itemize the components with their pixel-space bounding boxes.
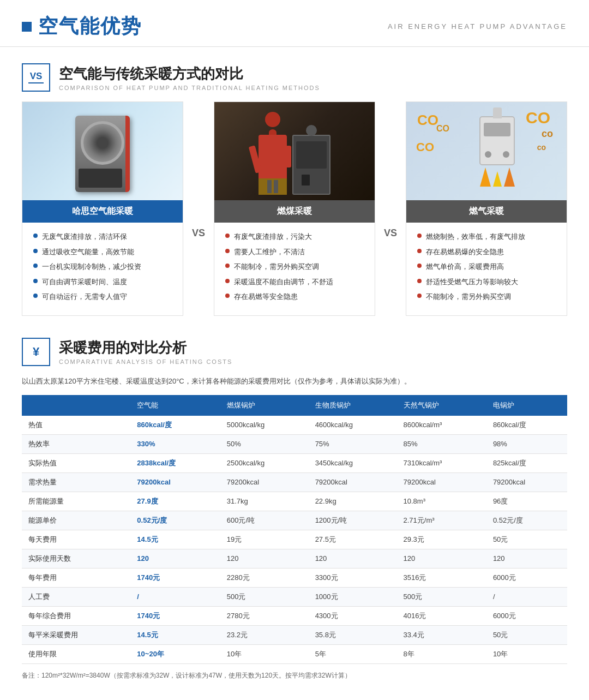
bullet-icon xyxy=(33,294,38,298)
page-header: 空气能优势 AIR ENERGY HEAT PUMP ADVANTAGE xyxy=(0,0,589,47)
table-cell-value: 3516元 xyxy=(397,568,486,587)
table-cell-value: 31.7kg xyxy=(220,492,309,511)
vs-icon: VS xyxy=(28,71,44,83)
table-cell-value: 2838kcal/度 xyxy=(130,453,220,472)
table-header-row: 空气能 燃煤锅炉 生物质锅炉 天然气锅炉 电锅炉 xyxy=(22,395,567,416)
feature-item: 不能制冷，需另外购买空调 xyxy=(417,291,556,302)
table-cell-value: 120 xyxy=(220,549,309,568)
table-cell-value: 120 xyxy=(130,549,220,568)
table-cell-value: 0.52元/度 xyxy=(130,511,220,530)
feature-item: 存在易燃易爆的安全隐患 xyxy=(417,247,556,258)
table-row: 需求热量79200kcal79200kcal79200kcal79200kcal… xyxy=(22,472,567,492)
section1-titles: 空气能与传统采暖方式的对比 COMPARISON OF HEAT PUMP AN… xyxy=(59,64,320,91)
table-cell-value: / xyxy=(486,587,567,606)
bullet-icon xyxy=(417,279,422,283)
table-cell-value: 19元 xyxy=(220,530,309,549)
footnote: 备注：120m²*32W/m²=3840W（按需求标准为32W，设计标准为47W… xyxy=(22,671,567,681)
feature-item: 不能制冷，需另外购买空调 xyxy=(225,261,364,272)
comparison-section: VS 空气能与传统采暖方式的对比 COMPARISON OF HEAT PUMP… xyxy=(0,47,589,327)
table-cell-value: 860kcal/度 xyxy=(486,416,567,435)
section2-header: ¥ 采暖费用的对比分析 COMPARATIVE ANALYSIS OF HEAT… xyxy=(22,338,567,366)
table-cell-value: 860kcal/度 xyxy=(130,416,220,435)
bullet-icon xyxy=(417,234,422,238)
table-cell-value: 14.5元 xyxy=(130,530,220,549)
table-cell-value: 79200kcal xyxy=(309,472,397,492)
feature-item: 存在易燃等安全隐患 xyxy=(225,291,364,302)
table-row: 能源单价0.52元/度600元/吨1200元/吨2.71元/m³0.52元/度 xyxy=(22,511,567,530)
col-header-air: 空气能 xyxy=(130,395,220,416)
table-cell-label: 所需能源量 xyxy=(22,492,130,511)
table-cell-value: 96度 xyxy=(486,492,567,511)
bullet-icon xyxy=(225,279,230,283)
section1-header: VS 空气能与传统采暖方式的对比 COMPARISON OF HEAT PUMP… xyxy=(22,63,567,92)
co-text-1: CO xyxy=(417,112,438,129)
col-header-biomass: 生物质锅炉 xyxy=(309,395,397,416)
table-row: 热值860kcal/度5000kcal/kg4600kcal/kg8600kca… xyxy=(22,416,567,435)
table-cell-value: 7310kcal/m³ xyxy=(397,453,486,472)
bullet-icon xyxy=(225,234,230,238)
co-text-6: co xyxy=(537,143,546,152)
table-cell-value: 1000元 xyxy=(309,587,397,606)
table-cell-value: 4600kcal/kg xyxy=(309,416,397,435)
table-cell-value: 85% xyxy=(397,434,486,453)
card-title-1: 哈思空气能采暖 xyxy=(22,200,183,223)
table-cell-value: 79200kcal xyxy=(397,472,486,492)
feature-item: 通过吸收空气能量，高效节能 xyxy=(33,247,172,258)
card-image-1 xyxy=(22,102,183,200)
card-image-3: CO CO CO CO co co xyxy=(406,102,567,200)
table-cell-label: 每年综合费用 xyxy=(22,606,130,625)
bullet-icon xyxy=(417,264,422,268)
card-features-3: 燃烧制热，效率低，有废气排放 存在易燃易爆的安全隐患 燃气单价高，采暖费用高 舒… xyxy=(406,223,567,315)
table-cell-value: 35.8元 xyxy=(309,625,397,644)
feature-item: 可自由调节采暖时间、温度 xyxy=(33,277,172,288)
bullet-icon xyxy=(33,249,38,253)
table-cell-value: 0.52元/度 xyxy=(486,511,567,530)
table-cell-label: 热值 xyxy=(22,416,130,435)
col-header-gas: 天然气锅炉 xyxy=(397,395,486,416)
cost-comparison-table: 空气能 燃煤锅炉 生物质锅炉 天然气锅炉 电锅炉 热值860kcal/度5000… xyxy=(22,395,567,664)
card-wrapper-1: 哈思空气能采暖 无废气废渣排放，清洁环保 通过吸收空气能量，高效节能 一台机实现… xyxy=(22,101,183,316)
table-cell-value: 500元 xyxy=(220,587,309,606)
table-cell-value: 10年 xyxy=(486,644,567,663)
co-text-5: co xyxy=(542,128,553,140)
intro-text: 以山西太原某120平方米住宅楼、采暖温度达到20°C，来计算各种能源的采暖费用对… xyxy=(22,375,567,387)
table-cell-value: 600元/吨 xyxy=(220,511,309,530)
table-cell-value: 120 xyxy=(309,549,397,568)
table-row: 热效率330%50%75%85%98% xyxy=(22,434,567,453)
yen-icon: ¥ xyxy=(33,345,39,359)
feature-item: 燃烧制热，效率低，有废气排放 xyxy=(417,231,556,242)
table-cell-value: 120 xyxy=(397,549,486,568)
table-cell-value: 23.2元 xyxy=(220,625,309,644)
table-cell-value: 5年 xyxy=(309,644,397,663)
table-cell-label: 使用年限 xyxy=(22,644,130,663)
feature-item: 可自动运行，无需专人值守 xyxy=(33,291,172,302)
comparison-cards: 哈思空气能采暖 无废气废渣排放，清洁环保 通过吸收空气能量，高效节能 一台机实现… xyxy=(22,101,567,316)
title-block: 空气能优势 xyxy=(22,13,142,40)
card-title-2: 燃煤采暖 xyxy=(214,200,375,223)
cost-section: ¥ 采暖费用的对比分析 COMPARATIVE ANALYSIS OF HEAT… xyxy=(0,327,589,692)
table-row: 每天费用14.5元19元27.5元29.3元50元 xyxy=(22,530,567,549)
table-cell-label: 热效率 xyxy=(22,434,130,453)
feature-item: 舒适性受燃气压力等影响较大 xyxy=(417,277,556,288)
table-row: 所需能源量27.9度31.7kg22.9kg10.8m³96度 xyxy=(22,492,567,511)
table-cell-value: 6000元 xyxy=(486,568,567,587)
bullet-icon xyxy=(225,294,230,298)
vs-icon-box: VS xyxy=(22,63,50,92)
section2-title-en: COMPARATIVE ANALYSIS OF HEATING COSTS xyxy=(59,358,232,365)
table-cell-value: 29.3元 xyxy=(397,530,486,549)
table-cell-value: 98% xyxy=(486,434,567,453)
card-image-2 xyxy=(214,102,375,200)
card-features-2: 有废气废渣排放，污染大 需要人工维护，不清洁 不能制冷，需另外购买空调 采暖温度… xyxy=(214,223,375,315)
col-header-electric: 电锅炉 xyxy=(486,395,567,416)
table-cell-label: 实际热值 xyxy=(22,453,130,472)
co-text-4: CO xyxy=(526,109,550,127)
bullet-icon xyxy=(417,249,422,253)
page-title-en: AIR ENERGY HEAT PUMP ADVANTAGE xyxy=(388,22,567,31)
table-cell-value: 4016元 xyxy=(397,606,486,625)
table-cell-value: 22.9kg xyxy=(309,492,397,511)
table-cell-label: 能源单价 xyxy=(22,511,130,530)
table-cell-value: 500元 xyxy=(397,587,486,606)
vs-divider-2: VS xyxy=(383,101,398,316)
table-cell-value: 4300元 xyxy=(309,606,397,625)
table-cell-value: 10~20年 xyxy=(130,644,220,663)
